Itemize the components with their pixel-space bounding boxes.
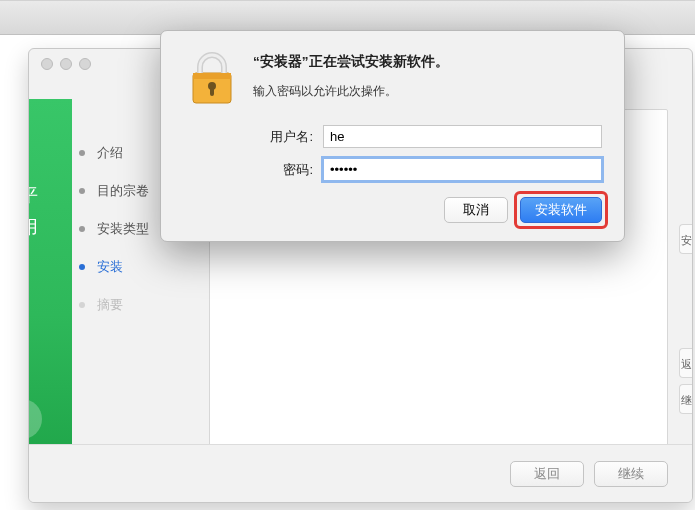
step-install: 安装 xyxy=(79,248,189,286)
side-stub: 返 xyxy=(679,348,693,378)
step-label: 目的宗卷 xyxy=(97,182,149,200)
step-dot-icon xyxy=(79,188,85,194)
step-dot-icon xyxy=(79,264,85,270)
step-dot-icon xyxy=(79,302,85,308)
username-label: 用户名: xyxy=(253,128,313,146)
cancel-button[interactable]: 取消 xyxy=(444,197,508,223)
hero-text: 训平 易用 xyxy=(28,179,38,244)
close-icon[interactable] xyxy=(41,58,53,70)
hero-graphic xyxy=(28,99,72,459)
password-input[interactable] xyxy=(323,158,602,181)
step-label: 安装 xyxy=(97,258,123,276)
continue-button: 继续 xyxy=(594,461,668,487)
svg-rect-3 xyxy=(210,87,214,96)
side-stub: 安钮 xyxy=(679,224,693,254)
side-stub: 继 xyxy=(679,384,693,414)
password-label: 密码: xyxy=(253,161,313,179)
back-button: 返回 xyxy=(510,461,584,487)
window-controls[interactable] xyxy=(29,49,103,79)
lock-icon xyxy=(183,49,241,107)
minimize-icon[interactable] xyxy=(60,58,72,70)
step-label: 介绍 xyxy=(97,144,123,162)
dialog-subtitle: 输入密码以允许此次操作。 xyxy=(253,83,602,100)
step-label: 安装类型 xyxy=(97,220,149,238)
zoom-icon[interactable] xyxy=(79,58,91,70)
hero-line: 易用 xyxy=(28,211,38,243)
auth-dialog: “安装器”正在尝试安装新软件。 输入密码以允许此次操作。 用户名: 密码: 取消… xyxy=(160,30,625,242)
hero-line: 训平 xyxy=(28,179,38,211)
footer: 返回 继续 xyxy=(29,444,692,502)
dialog-title: “安装器”正在尝试安装新软件。 xyxy=(253,53,602,71)
install-software-button[interactable]: 安装软件 xyxy=(520,197,602,223)
step-dot-icon xyxy=(79,226,85,232)
side-panel: 安钮 返 继 xyxy=(679,224,693,420)
svg-rect-1 xyxy=(193,73,231,79)
step-label: 摘要 xyxy=(97,296,123,314)
username-input[interactable] xyxy=(323,125,602,148)
step-summary: 摘要 xyxy=(79,286,189,324)
step-dot-icon xyxy=(79,150,85,156)
